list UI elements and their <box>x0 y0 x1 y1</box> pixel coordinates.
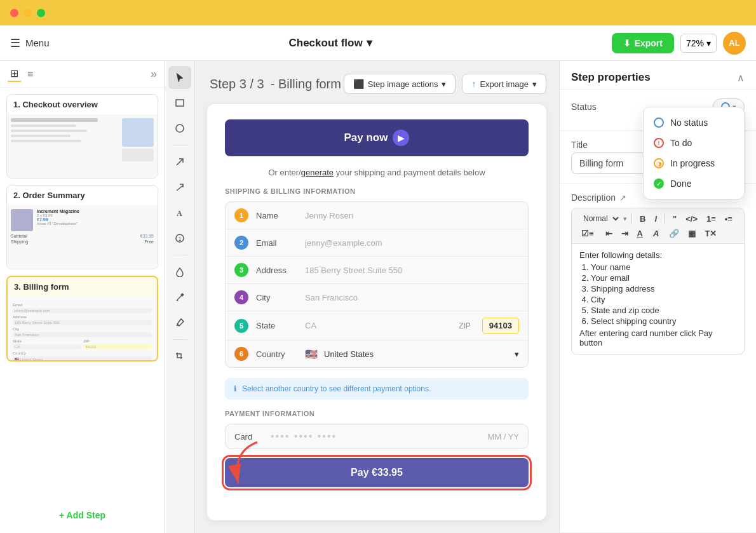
sidebar-collapse-button[interactable]: » <box>151 67 157 81</box>
field-state-row: 5 State CA ZIP 94103 <box>226 311 528 341</box>
billing-form: Pay now ▶ Or enter/generate your shippin… <box>207 104 546 520</box>
zip-label: ZIP <box>459 321 471 330</box>
export-button[interactable]: ⬇ Export <box>612 33 674 53</box>
titlebar <box>0 0 756 25</box>
menu-button[interactable]: ☰ Menu <box>10 36 50 50</box>
media-button[interactable]: ▦ <box>685 227 699 240</box>
italic-button[interactable]: I <box>651 213 660 225</box>
list-item: Select shipping country <box>591 316 736 326</box>
state-zip-inner: CA ZIP 94103 <box>305 318 519 334</box>
drop-tool[interactable] <box>168 260 191 283</box>
ordered-list-button[interactable]: 1≡ <box>703 213 719 225</box>
expand-icon[interactable]: ↗ <box>619 193 626 203</box>
field-value-name[interactable]: Jenny Rosen <box>305 211 519 220</box>
status-option-done[interactable]: ✓ Done <box>644 173 744 194</box>
grid-view-button[interactable]: ⊞ <box>8 66 21 82</box>
rectangle-tool[interactable] <box>168 91 191 114</box>
indent-button[interactable]: ⇤ <box>602 227 616 240</box>
unordered-list-button[interactable]: •≡ <box>722 213 736 225</box>
text-bg-button[interactable]: A <box>649 227 663 240</box>
or-enter-text: Or enter/generate your shipping and paym… <box>225 168 529 177</box>
field-num-3: 3 <box>234 263 248 277</box>
bold-button[interactable]: B <box>637 213 649 225</box>
outdent-button[interactable]: ⇥ <box>618 227 631 240</box>
list-item: Your email <box>591 273 736 283</box>
step-actions: ⬛ Step image actions ▾ ↑ Export image ▾ <box>344 74 546 94</box>
todo-list-button[interactable]: ☑≡ <box>578 227 597 240</box>
field-value-address[interactable]: 185 Berry Street Suite 550 <box>305 266 519 275</box>
number-circle-tool[interactable]: 1 <box>168 227 191 250</box>
crop-tool[interactable] <box>168 345 191 368</box>
step-card-3[interactable]: 3. Billing form Email jenny@example.com … <box>6 276 158 361</box>
circle-tool[interactable] <box>168 117 191 140</box>
format-select[interactable]: Normal <box>578 212 621 225</box>
link-button[interactable]: 🔗 <box>666 227 682 240</box>
traffic-light-red[interactable] <box>10 9 18 17</box>
step-frame: Pay now ▶ Or enter/generate your shippin… <box>207 104 546 520</box>
cursor-tool[interactable] <box>168 66 191 89</box>
description-intro: Enter following details: <box>579 250 662 260</box>
step-title: Step 3 / 3 - Billing form <box>207 76 341 92</box>
arrow-tool[interactable] <box>168 151 191 173</box>
field-label-name: Name <box>256 211 297 220</box>
field-value-email[interactable]: jenny@example.com <box>305 238 519 248</box>
main-layout: ⊞ ≡ » 1. Checkout overview <box>0 61 756 533</box>
text-color-button[interactable]: A <box>634 227 646 240</box>
svg-line-2 <box>177 159 183 165</box>
pen-tool[interactable] <box>168 286 191 309</box>
download-icon: ⬇ <box>623 38 631 48</box>
export-image-chevron-icon: ▾ <box>532 79 537 89</box>
done-label: Done <box>670 179 691 189</box>
status-option-no-status[interactable]: No status <box>644 112 744 133</box>
panel-collapse-button[interactable]: ∧ <box>737 72 745 84</box>
pay-final-button[interactable]: Pay €33.95 <box>225 458 529 487</box>
eyedropper-tool[interactable] <box>168 311 191 334</box>
red-arrow <box>219 439 270 493</box>
diagonal-arrow-tool[interactable] <box>168 176 191 199</box>
no-status-label: No status <box>670 118 708 128</box>
avatar[interactable]: AL <box>723 32 746 55</box>
pay-now-button[interactable]: Pay now ▶ <box>225 119 529 156</box>
editor-content[interactable]: Enter following details: Your name Your … <box>571 244 745 354</box>
status-option-todo[interactable]: ! To do <box>644 133 744 153</box>
step-card-2[interactable]: 2. Order Summary Increment Magazine 2 x … <box>6 185 158 269</box>
panel-header: Step properties ∧ <box>560 61 756 90</box>
zoom-control[interactable]: 72% ▾ <box>680 34 717 53</box>
status-dropdown: No status ! To do ◑ In progress ✓ Done <box>643 107 745 199</box>
list-view-button[interactable]: ≡ <box>25 66 36 82</box>
country-chevron-icon: ▾ <box>515 349 519 359</box>
step-image-icon: ⬛ <box>353 79 364 89</box>
add-step-button[interactable]: + Add Step <box>8 505 157 525</box>
flow-title-text: Checkout flow <box>288 37 362 50</box>
traffic-light-green[interactable] <box>37 9 45 17</box>
quote-button[interactable]: " <box>670 213 680 225</box>
card-number[interactable]: •••• •••• •••• <box>271 431 480 442</box>
zip-value[interactable]: 94103 <box>482 318 519 334</box>
step-image-chevron-icon: ▾ <box>442 79 446 89</box>
generate-link[interactable]: generate <box>301 168 334 177</box>
info-icon: ℹ <box>234 384 237 393</box>
traffic-light-yellow[interactable] <box>24 9 32 17</box>
export-image-label: Export image <box>480 79 529 89</box>
step-card-1[interactable]: 1. Checkout overview <box>6 94 158 179</box>
field-value-city[interactable]: San Francisco <box>305 293 519 302</box>
field-city-row: 4 City San Francisco <box>226 284 528 311</box>
flow-title-button[interactable]: Checkout flow ▾ <box>288 36 372 50</box>
step-image-actions-button[interactable]: ⬛ Step image actions ▾ <box>344 74 456 94</box>
code-button[interactable]: </> <box>682 213 701 225</box>
svg-text:A: A <box>177 209 182 218</box>
field-value-state[interactable]: CA <box>305 321 316 330</box>
field-email-row: 2 Email jenny@example.com <box>226 229 528 257</box>
clear-format-button[interactable]: T✕ <box>701 227 720 240</box>
status-option-in-progress[interactable]: ◑ In progress <box>644 153 744 173</box>
status-label: Status <box>571 102 597 112</box>
svg-rect-0 <box>176 100 184 106</box>
info-text: Select another country to see different … <box>242 384 431 393</box>
card-expiry[interactable]: MM / YY <box>487 432 519 442</box>
field-label-email: Email <box>256 238 297 248</box>
export-image-button[interactable]: ↑ Export image ▾ <box>462 74 546 94</box>
shipping-section-label: SHIPPING & BILLING INFORMATION <box>225 187 529 195</box>
field-country-row: 6 Country 🇺🇸 United States ▾ <box>226 341 528 367</box>
text-tool[interactable]: A <box>168 201 191 224</box>
country-dropdown[interactable]: 🇺🇸 United States ▾ <box>305 348 519 360</box>
